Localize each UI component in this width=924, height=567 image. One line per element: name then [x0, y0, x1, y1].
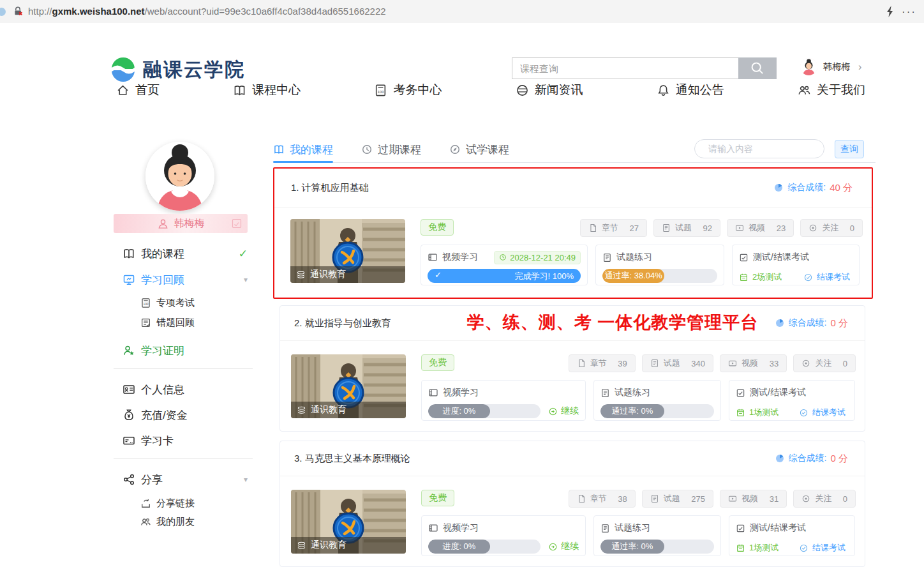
sidebar-item-review[interactable]: 学习回顾 ▾ [123, 271, 248, 289]
eye-icon [808, 223, 817, 232]
tests-link[interactable]: 1场测试 [736, 542, 779, 554]
stat-followers: 关注 0 [793, 490, 856, 508]
eye-icon [801, 359, 810, 368]
book-icon [123, 247, 135, 260]
test-doc-icon [739, 253, 749, 262]
practice-progress-bar: 通过率: 0% [600, 540, 714, 554]
browser-bar: http://gxmk.weisha100.net/web/account?ui… [0, 0, 924, 24]
nav-item-notices[interactable]: 通知公告 [657, 82, 724, 98]
news-globe-icon [516, 84, 529, 97]
nav-item-news[interactable]: 新闻资讯 [516, 82, 583, 98]
course-card-1: 1. 计算机应用基础 综合成绩: 40 分 [273, 167, 873, 299]
browser-tab-favicon [0, 8, 6, 16]
exam-panel: 测试/结课考试 1场测试 结课考试 [729, 380, 855, 421]
profile-avatar[interactable] [145, 142, 214, 211]
certificate-person-icon [123, 344, 135, 357]
nav-item-home[interactable]: 首页 [116, 82, 160, 98]
continue-arrow-icon [548, 407, 558, 416]
free-badge: 免费 [421, 354, 454, 371]
course-title[interactable]: 3. 马克思主义基本原理概论 [294, 453, 410, 465]
stamp-icon [232, 218, 242, 229]
final-exam-link[interactable]: 结课考试 [799, 407, 848, 418]
question-doc-icon [650, 494, 659, 503]
book-icon [233, 84, 246, 97]
chapter-icon [577, 494, 586, 503]
address-bar[interactable]: http://gxmk.weisha100.net/web/account?ui… [28, 0, 386, 23]
browser-menu-icon[interactable]: ··· [902, 1, 916, 24]
sidebar-item-special-exam[interactable]: 100 专项考试 [140, 295, 248, 310]
sidebar-item-wrong-review[interactable]: 错题回顾 [140, 315, 248, 330]
user-name-banner[interactable]: 韩梅梅 [114, 214, 248, 233]
continue-arrow-icon [548, 542, 558, 552]
deadline-badge: 2028-12-21 20:49 [494, 251, 581, 264]
practice-panel: 试题练习 通过率: 0% [593, 515, 721, 556]
list-search-input[interactable] [707, 143, 825, 155]
query-button[interactable]: 查询 [835, 140, 864, 158]
video-icon [728, 359, 737, 368]
insecure-lock-icon[interactable] [13, 6, 24, 17]
continue-link[interactable]: 继续 [548, 405, 579, 417]
lightning-icon[interactable] [884, 5, 896, 18]
tab-my-courses[interactable]: 我的课程 [273, 137, 333, 162]
sidebar-item-share-link[interactable]: 分享链接 [140, 495, 248, 511]
nav-item-about[interactable]: 关于我们 [798, 82, 865, 98]
continue-link[interactable]: 继续 [548, 541, 579, 552]
exam-panel: 测试/结课考试 2场测试 结课考试 [732, 245, 860, 285]
final-exam-link[interactable]: 结课考试 [799, 542, 848, 554]
pie-chart-icon [775, 453, 785, 464]
nav-item-exams[interactable]: 100 考务中心 [374, 82, 442, 98]
sidebar-item-my-courses[interactable]: 我的课程 ✓ [123, 245, 248, 262]
stat-videos: 视频 23 [727, 219, 794, 237]
practice-paper-icon [600, 524, 610, 533]
sidebar-item-study-card[interactable]: 学习卡 [123, 432, 248, 450]
monitor-icon [123, 273, 135, 286]
course-title[interactable]: 2. 就业指导与创业教育 [294, 317, 391, 329]
video-icon [728, 494, 737, 503]
clock-icon [499, 253, 507, 261]
free-badge: 免费 [421, 219, 454, 236]
sidebar-item-recharge[interactable]: 充值/资金 [123, 406, 248, 424]
final-exam-icon [799, 543, 808, 553]
tab-expired-courses[interactable]: 过期课程 [361, 137, 421, 162]
url-path: /web/account?uid=99e3c10a6ff4c0af38d4ad6… [145, 6, 386, 17]
sidebar-item-profile[interactable]: 个人信息 [123, 381, 248, 398]
final-exam-link[interactable]: 结课考试 [803, 271, 853, 283]
page: http://gxmk.weisha100.net/web/account?ui… [0, 0, 924, 567]
practice-panel: 试题练习 通过率: 38.04% [595, 245, 724, 285]
practice-paper-icon [602, 253, 612, 262]
course-title[interactable]: 1. 计算机应用基础 [291, 182, 369, 194]
person-icon [157, 218, 169, 230]
course-stats: 章节 38 试题 275 视频 31 关注 0 [569, 490, 856, 508]
sidebar-item-certificate[interactable]: 学习证明 [123, 342, 248, 359]
sidebar-item-share[interactable]: 分享 ▾ [123, 471, 248, 488]
video-progress-bar: 进度: 0% [428, 540, 540, 554]
course-stats: 章节 27 试题 92 视频 23 关注 0 [580, 219, 863, 237]
course-thumbnail[interactable]: 通识教育 [291, 354, 406, 418]
sidebar-item-my-friends[interactable]: 我的朋友 [140, 514, 248, 529]
stat-chapters: 章节 38 [569, 490, 636, 508]
tests-link[interactable]: 1场测试 [736, 407, 779, 418]
free-badge: 免费 [421, 490, 454, 506]
friends-icon [140, 517, 151, 527]
stat-videos: 视频 33 [720, 354, 787, 372]
id-card-icon [123, 383, 135, 396]
chapter-icon [588, 223, 597, 232]
thumbnail-caption: 通识教育 [291, 402, 406, 418]
clock-icon [361, 144, 373, 155]
nav-item-courses[interactable]: 课程中心 [233, 82, 301, 98]
course-thumbnail[interactable]: 通识教育 [291, 490, 406, 554]
stat-questions: 试题 92 [653, 219, 720, 237]
video-progress-bar: ✓ 完成学习! 100% [428, 269, 581, 283]
film-icon [428, 523, 438, 533]
calendar-icon [736, 408, 745, 418]
question-doc-icon [662, 223, 671, 232]
exam-paper-icon: 100 [374, 84, 387, 97]
eye-icon [801, 494, 810, 503]
tests-link[interactable]: 2场测试 [739, 271, 782, 283]
check-icon: ✓ [239, 247, 248, 261]
course-thumbnail[interactable]: 通识教育 [290, 219, 405, 283]
tab-trial-courses[interactable]: 试学课程 [449, 137, 509, 162]
test-doc-icon [736, 524, 745, 533]
course-score: 综合成绩: 40 分 [773, 182, 853, 194]
stat-chapters: 章节 39 [569, 354, 636, 372]
